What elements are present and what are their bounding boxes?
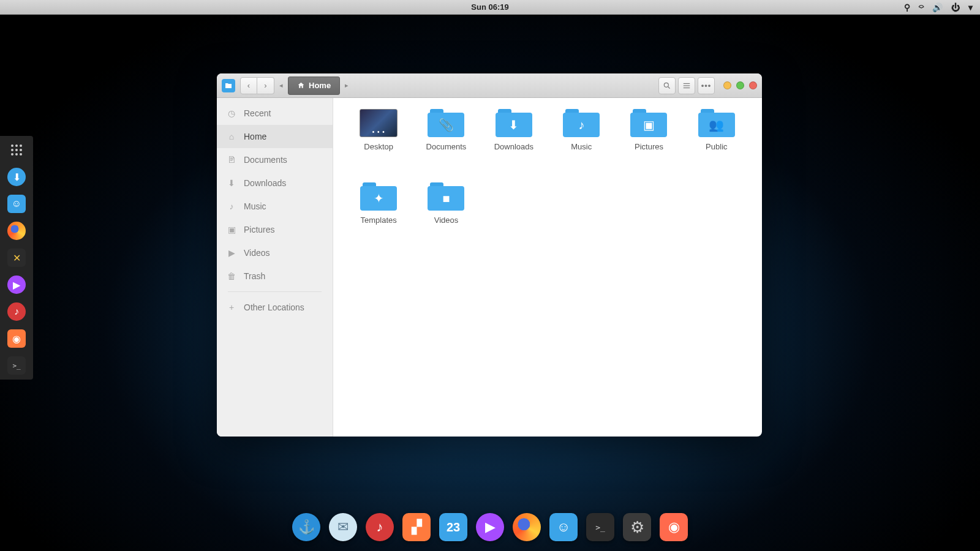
- sidebar-other-locations[interactable]: +Other Locations: [217, 296, 333, 319]
- fm-content: Desktop📎Documents⬇Downloads♪Music▣Pictur…: [333, 98, 762, 437]
- folder-icon: ■: [428, 182, 464, 211]
- sidebar-item-downloads[interactable]: ⬇Downloads: [217, 171, 333, 195]
- nav-forward-button[interactable]: ›: [257, 77, 274, 94]
- home-icon: ⌂: [227, 132, 236, 141]
- folder-videos[interactable]: ■Videos: [414, 182, 478, 250]
- sidebar-item-label: Home: [244, 132, 266, 141]
- folder-label: Pictures: [635, 142, 663, 151]
- folder-icon: ♪: [563, 109, 600, 137]
- folder-icon: ✦: [360, 182, 397, 211]
- pictures-icon: ▣: [227, 225, 236, 234]
- folder-label: Templates: [361, 216, 397, 225]
- videos-icon: ▶: [227, 248, 236, 258]
- clock-time: 06:19: [488, 2, 508, 12]
- terminal-dock-icon[interactable]: >_: [586, 513, 614, 541]
- plus-icon: +: [227, 302, 236, 312]
- sidebar-item-recent[interactable]: ◷Recent: [217, 102, 333, 125]
- menubar-clock[interactable]: Sun 06:19: [471, 2, 508, 12]
- folder-icon: 👥: [698, 109, 735, 137]
- system-tray: ⚲ ⌔ 🔊 ⏻ ▾: [904, 2, 973, 12]
- window-controls: [723, 81, 757, 89]
- folder-label: Music: [571, 142, 592, 151]
- svg-rect-2: [684, 83, 690, 83]
- svg-line-1: [668, 86, 670, 88]
- folder-music[interactable]: ♪Music: [549, 109, 613, 176]
- folder-icon: 📎: [428, 109, 464, 137]
- folder-documents[interactable]: 📎Documents: [414, 109, 478, 176]
- location-icon[interactable]: ⚲: [904, 2, 910, 12]
- folder-pictures[interactable]: ▣Pictures: [617, 109, 680, 176]
- fm-sidebar: ◷Recent⌂Home🖹Documents⬇Downloads♪Music▣P…: [217, 98, 333, 437]
- svg-rect-3: [684, 85, 690, 86]
- music-app-icon[interactable]: ♪: [366, 513, 394, 541]
- anchor-icon[interactable]: ⚓: [292, 513, 320, 541]
- svg-point-0: [664, 83, 668, 87]
- files-icon[interactable]: ☺: [7, 195, 26, 213]
- firefox-dock-icon[interactable]: [513, 513, 541, 541]
- dropdown-icon[interactable]: ▾: [968, 2, 973, 12]
- folder-label: Public: [706, 142, 727, 151]
- video-player-icon[interactable]: ▶: [476, 513, 504, 541]
- documents-icon: 🖹: [227, 155, 236, 165]
- sidebar-item-home[interactable]: ⌂Home: [217, 125, 333, 148]
- folder-label: Documents: [426, 142, 467, 151]
- sidebar-item-label: Other Locations: [244, 302, 304, 312]
- sidebar-item-label: Downloads: [244, 178, 286, 188]
- breadcrumb-label: Home: [309, 81, 331, 90]
- fm-header: ‹ › ◂ Home ▸ •••: [217, 73, 762, 98]
- folder-templates[interactable]: ✦Templates: [347, 182, 410, 250]
- trash-icon: 🗑: [227, 271, 236, 281]
- sidebar-item-label: Pictures: [244, 225, 275, 234]
- media-player-icon[interactable]: ▶: [7, 276, 26, 294]
- plex-icon[interactable]: ✕: [7, 249, 26, 267]
- calendar-icon[interactable]: 23: [439, 513, 467, 541]
- sidebar-item-trash[interactable]: 🗑Trash: [217, 264, 333, 288]
- folder-label: Desktop: [364, 142, 393, 151]
- fm-app-icon: [222, 79, 235, 92]
- nav-back-button[interactable]: ‹: [240, 77, 257, 94]
- mail-icon[interactable]: ✉: [329, 513, 357, 541]
- sidebar-item-label: Trash: [244, 271, 265, 281]
- volume-icon[interactable]: 🔊: [932, 2, 943, 12]
- settings-icon[interactable]: ⚙: [623, 513, 651, 541]
- minimize-button[interactable]: [723, 81, 731, 89]
- sidebar-item-label: Videos: [244, 248, 270, 258]
- bottom-dock: ⚓✉♪▞23▶☺>_⚙◉: [285, 509, 695, 545]
- file-manager-window: ‹ › ◂ Home ▸ ••• ◷Recent⌂Home🖹Documents⬇…: [217, 73, 762, 437]
- terminal-icon[interactable]: >_: [7, 356, 26, 375]
- more-button[interactable]: •••: [698, 77, 715, 94]
- search-button[interactable]: [658, 77, 676, 94]
- folder-public[interactable]: 👥Public: [685, 109, 748, 176]
- sidebar-item-videos[interactable]: ▶Videos: [217, 241, 333, 264]
- sidebar-item-pictures[interactable]: ▣Pictures: [217, 218, 333, 241]
- desktop-thumb-icon: [360, 109, 398, 137]
- folder-label: Videos: [434, 216, 459, 225]
- files-dock-icon[interactable]: ☺: [549, 513, 578, 541]
- maximize-button[interactable]: [736, 81, 744, 89]
- breadcrumb-home[interactable]: Home: [288, 77, 340, 95]
- folder-downloads[interactable]: ⬇Downloads: [482, 109, 546, 176]
- sidebar-item-documents[interactable]: 🖹Documents: [217, 148, 333, 171]
- top-menubar: Sun 06:19 ⚲ ⌔ 🔊 ⏻ ▾: [0, 0, 980, 15]
- photos-icon[interactable]: ▞: [402, 513, 431, 541]
- folder-icon: ▣: [630, 109, 667, 137]
- screenshot-dock-icon[interactable]: ◉: [660, 513, 688, 541]
- sidebar-item-label: Documents: [244, 155, 287, 165]
- left-dash: ⬇☺✕▶♪◉>_: [0, 136, 33, 380]
- downloader-icon[interactable]: ⬇: [7, 168, 26, 186]
- close-button[interactable]: [749, 81, 757, 89]
- firefox-icon[interactable]: [7, 222, 26, 240]
- clock-day: Sun: [471, 2, 486, 12]
- view-list-button[interactable]: [678, 77, 695, 94]
- screenshot-icon[interactable]: ◉: [7, 329, 26, 348]
- sidebar-item-music[interactable]: ♪Music: [217, 195, 333, 218]
- sidebar-item-label: Recent: [244, 108, 271, 118]
- apps-grid-icon[interactable]: [7, 141, 26, 159]
- recent-icon: ◷: [227, 108, 236, 118]
- music-icon[interactable]: ♪: [7, 302, 26, 321]
- power-icon[interactable]: ⏻: [951, 2, 960, 12]
- folder-desktop[interactable]: Desktop: [347, 109, 410, 176]
- svg-rect-4: [684, 87, 690, 88]
- folder-label: Downloads: [494, 142, 533, 151]
- wifi-icon[interactable]: ⌔: [919, 2, 924, 12]
